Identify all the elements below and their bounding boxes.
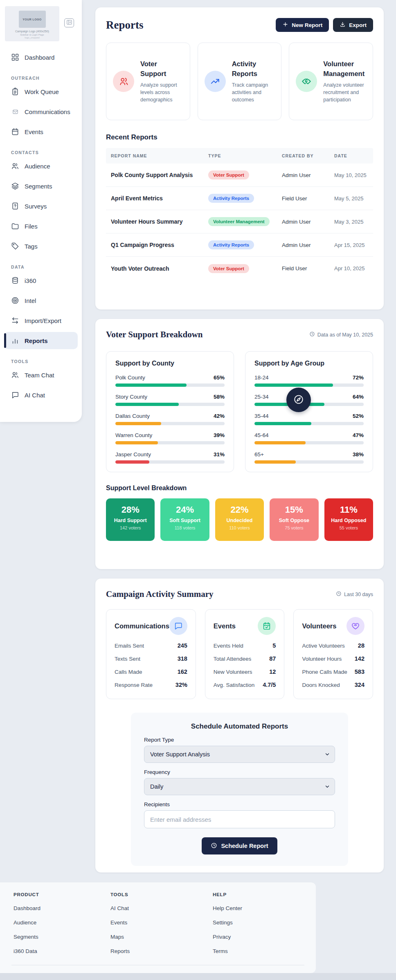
communications-icon — [12, 109, 18, 115]
new-report-button[interactable]: New Report — [276, 18, 329, 32]
footer-link-help-center[interactable]: Help Center — [213, 901, 316, 915]
report-type-badge: Volunteer Management — [208, 217, 270, 226]
report-created-by: Field User — [282, 195, 334, 202]
compass-icon — [293, 394, 304, 406]
sidebar-item-files[interactable]: Files — [0, 218, 82, 235]
footer-link-ai-chat[interactable]: AI Chat — [110, 901, 213, 915]
report-type-title: Activity Reports — [232, 59, 275, 79]
sidebar-item-segments[interactable]: Segments — [0, 177, 82, 195]
level-voters: 110 voters — [215, 525, 264, 530]
footer-column-product: PRODUCTDashboardAudienceSegmentsi360 Dat… — [14, 892, 110, 958]
footer-link-settings[interactable]: Settings — [213, 915, 316, 930]
report-type-card-volunteer-management[interactable]: Volunteer ManagementAnalyze volunteer re… — [289, 43, 373, 120]
recipients-input[interactable] — [144, 810, 335, 828]
sidebar-item-events[interactable]: Events — [0, 123, 82, 140]
sidebar-item-work-queue[interactable]: Work Queue — [0, 83, 82, 100]
footer-link-events[interactable]: Events — [110, 915, 213, 930]
stat-value: 318 — [178, 655, 187, 662]
stat-row: Volunteer Hours142 — [302, 652, 364, 665]
compass-fab-button[interactable] — [286, 388, 311, 412]
sidebar-item-label: Work Queue — [25, 88, 59, 95]
bar-fill — [115, 383, 187, 387]
sidebar-item-dashboard[interactable]: Dashboard — [0, 49, 82, 66]
footer-link-i360-data[interactable]: i360 Data — [14, 944, 110, 958]
clock-icon — [309, 331, 315, 337]
bar-value: 64% — [353, 394, 364, 400]
logo-subcaption: Sidebar & Login Page — [5, 34, 59, 36]
recent-reports-table: Polk County Support AnalysisVoter Suppor… — [106, 164, 373, 280]
sidebar-item-tags[interactable]: Tags — [0, 238, 82, 255]
footer-link-segments[interactable]: Segments — [14, 930, 110, 944]
report-type-card-activity-reports[interactable]: Activity ReportsTrack campaign activitie… — [198, 43, 282, 120]
i360-icon — [11, 276, 19, 285]
export-label: Export — [349, 22, 367, 28]
support-by-age-chart: Support by Age Group 18-2472%25-3464%35-… — [245, 351, 373, 472]
report-type-card-voter-support[interactable]: Voter SupportAnalyze support levels acro… — [106, 43, 190, 120]
volunteers-heart-icon-circle — [346, 617, 364, 635]
report-row[interactable]: Youth Voter OutreachVoter SupportField U… — [106, 257, 373, 280]
stat-value: 324 — [355, 682, 364, 688]
sidebar-collapse-button[interactable] — [64, 18, 74, 27]
footer-link-reports[interactable]: Reports — [110, 944, 213, 958]
data-as-of: Data as of May 10, 2025 — [309, 331, 373, 338]
plus-icon — [282, 21, 288, 27]
support-level-card-soft-oppose: 15%Soft Oppose75 voters — [270, 498, 318, 541]
report-type-select[interactable]: Voter Support Analysis — [144, 746, 335, 763]
report-name: Volunteer Hours Summary — [111, 218, 208, 225]
report-row[interactable]: Polk County Support AnalysisVoter Suppor… — [106, 164, 373, 187]
bar-label: 65+ — [254, 451, 264, 457]
footer-link-terms[interactable]: Terms — [213, 944, 316, 958]
report-row[interactable]: Volunteer Hours SummaryVolunteer Managem… — [106, 210, 373, 233]
footer-link-maps[interactable]: Maps — [110, 930, 213, 944]
sidebar-nav: DashboardOUTREACHWork QueueCommunication… — [0, 49, 82, 404]
sidebar-item-reports[interactable]: Reports — [4, 332, 78, 349]
report-name: Polk County Support Analysis — [111, 172, 208, 178]
stat-label: Response Rate — [115, 682, 153, 688]
report-row[interactable]: Q1 Campaign ProgressActivity ReportsAdmi… — [106, 233, 373, 257]
support-level-card-hard-opposed: 11%Hard Opposed55 voters — [324, 498, 373, 541]
report-created-by: Field User — [282, 265, 334, 271]
stat-card-events: EventsEvents Held5Total Attendees87New V… — [205, 609, 285, 699]
bar-fill — [254, 441, 306, 444]
sidebar-item-i360[interactable]: i360 — [0, 272, 82, 289]
sidebar-item-import-export[interactable]: Import/Export — [0, 312, 82, 329]
sidebar-item-label: Reports — [25, 337, 48, 344]
frequency-select[interactable]: Daily — [144, 778, 335, 795]
bar-fill — [254, 422, 311, 425]
sidebar-item-communications[interactable]: Communications — [0, 103, 82, 120]
bar-value: 38% — [353, 451, 364, 457]
activity-stat-cards: CommunicationsEmails Sent245Texts Sent31… — [106, 609, 373, 699]
bar-fill — [254, 383, 333, 387]
download-icon — [340, 21, 346, 29]
sidebar-item-audience[interactable]: Audience — [0, 157, 82, 175]
report-type-badge: Voter Support — [208, 264, 249, 273]
bar-jasper-county: Jasper County31% — [115, 451, 225, 464]
report-created-by: Admin User — [282, 219, 334, 225]
collapse-icon — [66, 19, 72, 27]
footer-link-privacy[interactable]: Privacy — [213, 930, 316, 944]
sidebar-item-label: Audience — [25, 163, 50, 170]
bar-value: 31% — [214, 451, 225, 457]
report-row[interactable]: April Event MetricsActivity ReportsField… — [106, 187, 373, 210]
sidebar-item-team-chat[interactable]: Team Chat — [0, 366, 82, 383]
ai-chat-icon-wrap — [11, 391, 19, 399]
stat-row: Avg. Satisfaction4.7/5 — [214, 678, 276, 691]
bar-label: Dallas County — [115, 413, 150, 419]
sidebar-item-surveys[interactable]: Surveys — [0, 197, 82, 215]
report-type-badge: Activity Reports — [208, 240, 254, 249]
sidebar-item-intel[interactable]: Intel — [0, 292, 82, 309]
level-percent: 28% — [106, 505, 155, 515]
report-date: May 3, 2025 — [334, 219, 373, 225]
volunteer-management-icon-circle — [296, 71, 317, 92]
schedule-report-button[interactable]: Schedule Report — [202, 837, 277, 854]
level-voters: 55 voters — [324, 525, 373, 530]
volunteer-management-icon — [301, 76, 312, 87]
communications-icon-wrap — [11, 109, 19, 115]
sidebar-item-ai-chat[interactable]: AI Chat — [0, 386, 82, 404]
bar-value: 58% — [214, 394, 225, 400]
footer-link-dashboard[interactable]: Dashboard — [14, 901, 110, 915]
tags-icon-wrap — [11, 242, 19, 250]
stat-row: Active Volunteers28 — [302, 639, 364, 652]
footer-link-audience[interactable]: Audience — [14, 915, 110, 930]
export-button[interactable]: Export — [333, 18, 373, 32]
